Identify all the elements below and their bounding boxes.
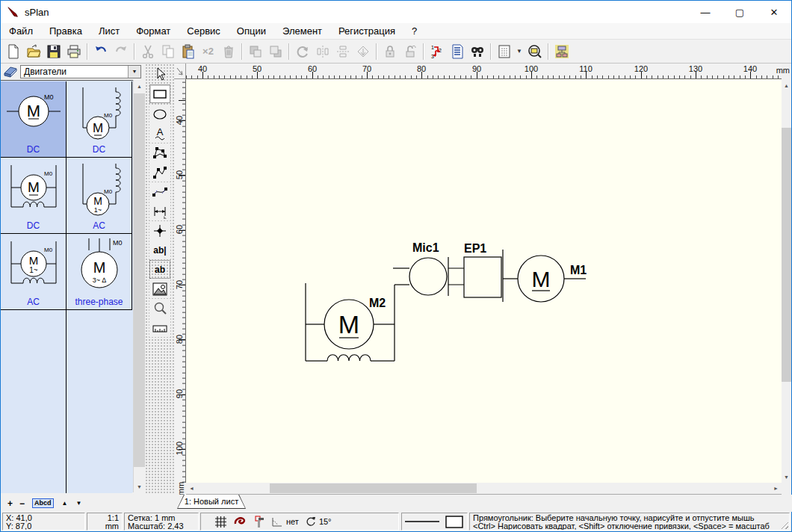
canvas-hscrollbar[interactable]: ◄ ► — [186, 483, 782, 495]
library-add-button[interactable]: + — [7, 498, 13, 509]
library-scrollbar[interactable]: ▲ ▼ — [133, 80, 145, 492]
ruler-origin-icon[interactable] — [174, 64, 186, 79]
menu-edit[interactable]: Правка — [41, 23, 90, 40]
library-grid: M M0 DC M M0 DC — [1, 80, 133, 492]
textbox-tool[interactable]: ab — [149, 260, 170, 279]
library-item-caption: AC — [66, 220, 132, 231]
sheet-tab-bar: 1: Новый лист — [174, 495, 792, 512]
ellipse-tool[interactable] — [149, 105, 170, 123]
sheet-tab[interactable]: 1: Новый лист — [177, 495, 246, 509]
grid-settings-icon[interactable] — [494, 42, 514, 61]
maximize-button[interactable]: ▢ — [723, 1, 757, 23]
paste-icon[interactable] — [178, 42, 198, 61]
sheet-links-icon[interactable] — [551, 42, 572, 61]
library-item-ac-motor-2[interactable]: M 1~ M0 AC — [1, 234, 66, 310]
h-ruler-label: 50 — [246, 64, 268, 73]
canvas-vscrollbar-thumb[interactable] — [782, 128, 791, 382]
grid-zoom-panel: Сетка: 1 mm Масштаб: 2,43 — [124, 513, 199, 531]
scroll-up-icon[interactable]: ▲ — [782, 79, 791, 91]
snap-pin-icon[interactable] — [255, 516, 264, 528]
horizontal-ruler: 40 50 60 70 80 90 100 110 120 130 140 — [186, 64, 782, 79]
library-item-dc-motor-2[interactable]: M M0 DC — [66, 81, 132, 158]
menu-sheet[interactable]: Лист — [90, 23, 128, 40]
dimension-tool[interactable] — [149, 202, 170, 220]
hint-panel: Прямоугольник: Выберите начальную точку,… — [469, 513, 790, 531]
scroll-left-icon[interactable]: ◄ — [186, 483, 197, 493]
print-icon[interactable] — [64, 42, 84, 61]
new-file-icon[interactable] — [3, 42, 23, 61]
measure-tool[interactable] — [149, 318, 170, 337]
drawing-canvas[interactable]: M M M2 Mic1 EP1 M1 — [186, 79, 782, 483]
scroll-down-icon[interactable]: ▼ — [782, 471, 791, 483]
menu-service[interactable]: Сервис — [179, 23, 229, 40]
label-m2: M2 — [369, 297, 386, 309]
minimize-button[interactable]: — — [688, 1, 723, 23]
text-tool[interactable]: ab| — [149, 241, 170, 259]
library-empty-cell — [1, 310, 66, 493]
open-file-icon[interactable] — [23, 42, 43, 61]
node-tool[interactable] — [149, 221, 170, 240]
sheet-tab-label: 1: Новый лист — [178, 495, 245, 508]
vertical-ruler: 40 50 60 70 80 90 100 mm — [174, 79, 186, 483]
v-ruler-label: 100 — [175, 437, 184, 460]
library-category-select[interactable]: Двигатели ▼ — [20, 65, 141, 78]
library-item-ac-motor-1[interactable]: M 1~ M0 AC — [66, 158, 132, 234]
bezier-tool[interactable] — [149, 182, 170, 201]
label-mic1: Mic1 — [412, 241, 439, 254]
parts-list-icon[interactable] — [447, 42, 467, 61]
image-tool[interactable] — [149, 279, 170, 298]
tool-palette: A ab| ab — [145, 64, 174, 495]
special-shape-tool[interactable]: A — [149, 124, 170, 143]
menu-help[interactable]: ? — [403, 23, 425, 40]
scroll-right-icon[interactable]: ► — [770, 483, 782, 493]
save-file-icon[interactable] — [43, 42, 64, 61]
freehand-pen-icon[interactable] — [234, 516, 248, 528]
library-rename-button[interactable]: Abcd — [32, 498, 54, 508]
hint-line-2: <Ctrl> Нарисовать квадрат, <Shift> отклю… — [473, 522, 786, 531]
h-ruler-label: 130 — [684, 64, 707, 73]
close-button[interactable]: ✕ — [757, 1, 791, 23]
grid-dropdown-icon[interactable]: ▼ — [514, 42, 525, 61]
title-bar: sPlan — ▢ ✕ — [1, 1, 791, 23]
svg-text:M: M — [93, 121, 103, 135]
zoom-region-icon[interactable] — [525, 42, 545, 61]
rectangle-tool[interactable] — [149, 84, 170, 103]
grid-toggle-icon[interactable] — [214, 516, 227, 528]
fill-style-sample[interactable] — [445, 516, 463, 528]
canvas-hscrollbar-thumb[interactable] — [270, 483, 477, 493]
library-item-three-phase-motor[interactable]: M 3~ ∆ M0 three-phase — [66, 234, 132, 310]
schematic: M M M2 Mic1 EP1 M1 — [186, 79, 782, 483]
line-style-sample[interactable] — [405, 520, 439, 523]
library-item-caption: DC — [1, 144, 66, 155]
library-scrollbar-thumb[interactable] — [134, 93, 145, 467]
mirror-horizontal-icon — [312, 42, 332, 61]
h-ruler-unit: mm — [776, 66, 790, 75]
menu-options[interactable]: Опции — [229, 23, 274, 40]
menu-format[interactable]: Формат — [128, 23, 179, 40]
scroll-down-icon[interactable]: ▼ — [134, 480, 145, 492]
send-backward-icon — [265, 42, 285, 61]
library-item-dc-motor-3[interactable]: M M0 DC — [1, 158, 66, 234]
undo-icon[interactable] — [90, 42, 111, 61]
menu-registration[interactable]: Регистрация — [330, 23, 403, 40]
canvas-vscrollbar[interactable]: ▲ ▼ — [782, 79, 791, 483]
menu-element[interactable]: Элемент — [274, 23, 330, 40]
select-tool[interactable] — [149, 65, 170, 84]
canvas-area: 40 50 60 70 80 90 100 110 120 130 140 mm… — [174, 64, 791, 495]
library-remove-button[interactable]: − — [19, 498, 25, 509]
renumber-icon[interactable]: 123 — [427, 42, 447, 61]
scale-unit: mm — [90, 522, 119, 531]
scroll-up-icon[interactable]: ▲ — [134, 80, 145, 92]
library-move-down-icon[interactable]: ▼ — [75, 500, 81, 507]
library-item-dc-motor-1[interactable]: M M0 DC — [1, 81, 66, 158]
bring-forward-icon — [245, 42, 265, 61]
library-move-up-icon[interactable]: ▲ — [62, 500, 68, 507]
menu-file[interactable]: Файл — [1, 23, 41, 40]
category-dropdown-icon[interactable]: ▼ — [128, 66, 140, 78]
polygon-tool[interactable] — [149, 143, 170, 162]
rotate-step-group[interactable]: 15° — [306, 516, 332, 527]
zoom-tool[interactable] — [149, 299, 170, 318]
polyline-tool[interactable] — [149, 163, 170, 182]
snap-angle-group[interactable]: нет — [271, 516, 299, 527]
search-icon[interactable] — [467, 42, 487, 61]
